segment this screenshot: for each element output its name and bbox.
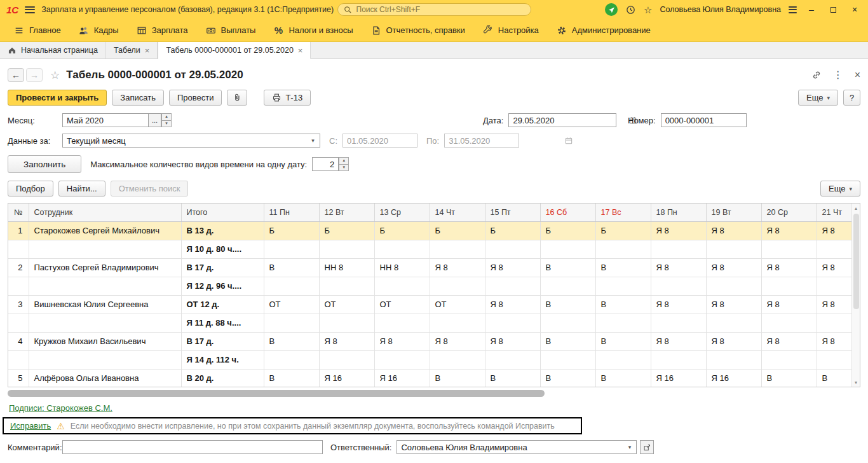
menu-item-glavnoe[interactable]: Главное bbox=[5, 19, 70, 41]
column-header[interactable]: 17 Вс bbox=[595, 204, 651, 221]
day-cell[interactable]: Я 8 bbox=[430, 258, 485, 277]
day-cell[interactable] bbox=[651, 314, 706, 332]
day-cell[interactable] bbox=[264, 314, 319, 332]
day-cell[interactable]: НН 8 bbox=[374, 258, 430, 277]
employee-cell[interactable] bbox=[29, 277, 181, 295]
total-cell[interactable]: В 20 д. bbox=[181, 369, 264, 387]
day-cell[interactable]: ОТ bbox=[319, 295, 374, 314]
favorite-star-icon[interactable]: ☆ bbox=[50, 70, 60, 81]
history-icon[interactable] bbox=[625, 4, 636, 15]
day-cell[interactable]: В bbox=[264, 258, 319, 277]
menu-item-nalogi[interactable]: % Налоги и взносы bbox=[264, 19, 362, 41]
column-header[interactable]: 16 Сб bbox=[540, 204, 595, 221]
day-cell[interactable] bbox=[430, 277, 485, 295]
employee-cell[interactable]: Вишневская Юлия Сергеевна bbox=[29, 295, 181, 314]
row-number-cell[interactable] bbox=[8, 240, 29, 258]
day-cell[interactable]: В bbox=[595, 258, 651, 277]
total-cell[interactable]: Я 10 д. 80 ч.... bbox=[181, 240, 264, 258]
day-cell[interactable] bbox=[430, 240, 485, 258]
day-cell[interactable]: ОТ bbox=[264, 295, 319, 314]
comment-input[interactable] bbox=[62, 440, 323, 454]
total-cell[interactable]: ОТ 12 д. bbox=[181, 295, 264, 314]
day-cell[interactable] bbox=[485, 314, 540, 332]
discussions-icon[interactable] bbox=[605, 3, 618, 16]
day-cell[interactable]: Я 8 bbox=[651, 221, 706, 240]
column-header[interactable]: 11 Пн bbox=[264, 204, 319, 221]
period-select[interactable] bbox=[63, 134, 306, 147]
day-cell[interactable] bbox=[264, 240, 319, 258]
column-header[interactable]: 15 Пт bbox=[485, 204, 540, 221]
column-header[interactable]: 13 Ср bbox=[374, 204, 430, 221]
day-cell[interactable]: Я 8 bbox=[761, 221, 817, 240]
day-cell[interactable]: Я 8 bbox=[319, 332, 374, 350]
max-kinds-spinner[interactable]: ▴ ▾ bbox=[339, 157, 349, 171]
day-cell[interactable]: Я 8 bbox=[485, 332, 540, 350]
tab-close-icon[interactable]: × bbox=[145, 46, 150, 55]
column-header[interactable]: 12 Вт bbox=[319, 204, 374, 221]
employee-cell[interactable]: Кружков Михаил Васильевич bbox=[29, 332, 181, 350]
day-cell[interactable] bbox=[264, 350, 319, 369]
table-row[interactable]: 4Кружков Михаил ВасильевичВ 17 д.ВЯ 8Я 8… bbox=[8, 332, 860, 350]
post-button[interactable]: Провести bbox=[169, 90, 222, 106]
column-header[interactable]: Итого bbox=[181, 204, 264, 221]
day-cell[interactable] bbox=[430, 314, 485, 332]
day-cell[interactable]: В bbox=[595, 332, 651, 350]
cancel-search-button[interactable]: Отменить поиск bbox=[111, 181, 189, 197]
menu-item-zarplata[interactable]: Зарплата bbox=[128, 19, 197, 41]
main-menu-icon[interactable] bbox=[25, 6, 35, 13]
table-row[interactable]: Я 11 д. 88 ч.... bbox=[8, 314, 860, 332]
day-cell[interactable]: Б bbox=[374, 221, 430, 240]
total-cell[interactable]: Я 14 д. 112 ч. bbox=[181, 350, 264, 369]
day-cell[interactable] bbox=[485, 277, 540, 295]
write-button[interactable]: Записать bbox=[112, 90, 164, 106]
day-cell[interactable]: Я 8 bbox=[485, 258, 540, 277]
day-cell[interactable] bbox=[430, 350, 485, 369]
total-cell[interactable]: В 17 д. bbox=[181, 332, 264, 350]
to-date-input[interactable] bbox=[445, 134, 564, 147]
day-cell[interactable] bbox=[319, 240, 374, 258]
table-row[interactable]: 1Старокожев Сергей МихайловичВ 13 д.ББББ… bbox=[8, 221, 860, 240]
horizontal-scrollbar[interactable] bbox=[8, 389, 860, 397]
column-header[interactable]: 19 Вт bbox=[706, 204, 761, 221]
day-cell[interactable] bbox=[595, 277, 651, 295]
day-cell[interactable] bbox=[374, 350, 430, 369]
day-cell[interactable]: ОТ bbox=[374, 295, 430, 314]
day-cell[interactable]: В bbox=[264, 369, 319, 387]
spin-down-icon[interactable]: ▾ bbox=[161, 121, 172, 128]
day-cell[interactable]: Б bbox=[264, 221, 319, 240]
day-cell[interactable] bbox=[761, 350, 817, 369]
day-cell[interactable]: Я 8 bbox=[430, 332, 485, 350]
day-cell[interactable] bbox=[374, 314, 430, 332]
day-cell[interactable] bbox=[540, 277, 595, 295]
employee-cell[interactable] bbox=[29, 350, 181, 369]
table-row[interactable]: 2Пастухов Сергей ВладимировичВ 17 д.ВНН … bbox=[8, 258, 860, 277]
signatures-link[interactable]: Подписи: Старокожев С.М. bbox=[9, 403, 112, 413]
attachments-button[interactable] bbox=[227, 90, 247, 106]
tab-tabeli[interactable]: Табели × bbox=[106, 42, 158, 59]
day-cell[interactable]: В bbox=[540, 332, 595, 350]
back-button[interactable]: ← bbox=[8, 68, 24, 82]
day-cell[interactable]: Я 8 bbox=[761, 295, 817, 314]
tab-tabel-document[interactable]: Табель 0000-000001 от 29.05.2020 × bbox=[158, 42, 311, 59]
column-header[interactable]: Сотрудник bbox=[29, 204, 181, 221]
day-cell[interactable]: В bbox=[264, 332, 319, 350]
date-input[interactable] bbox=[509, 114, 628, 127]
day-cell[interactable]: Я 8 bbox=[485, 295, 540, 314]
day-cell[interactable]: ОТ bbox=[430, 295, 485, 314]
menu-item-nastroika[interactable]: Настройка bbox=[474, 19, 548, 41]
menu-item-vyplaty[interactable]: Выплаты bbox=[197, 19, 265, 41]
day-cell[interactable]: Б bbox=[430, 221, 485, 240]
day-cell[interactable]: Б bbox=[319, 221, 374, 240]
month-spinner[interactable]: ▴ ▾ bbox=[161, 113, 172, 127]
maximize-button[interactable] bbox=[826, 5, 840, 14]
month-input[interactable] bbox=[62, 113, 149, 127]
total-cell[interactable]: В 17 д. bbox=[181, 258, 264, 277]
day-cell[interactable]: В bbox=[595, 295, 651, 314]
day-cell[interactable]: В bbox=[540, 369, 595, 387]
day-cell[interactable] bbox=[264, 277, 319, 295]
day-cell[interactable] bbox=[706, 350, 761, 369]
vertical-scroll-thumb[interactable] bbox=[853, 214, 859, 309]
day-cell[interactable]: Я 8 bbox=[706, 221, 761, 240]
day-cell[interactable] bbox=[374, 240, 430, 258]
day-cell[interactable] bbox=[540, 314, 595, 332]
